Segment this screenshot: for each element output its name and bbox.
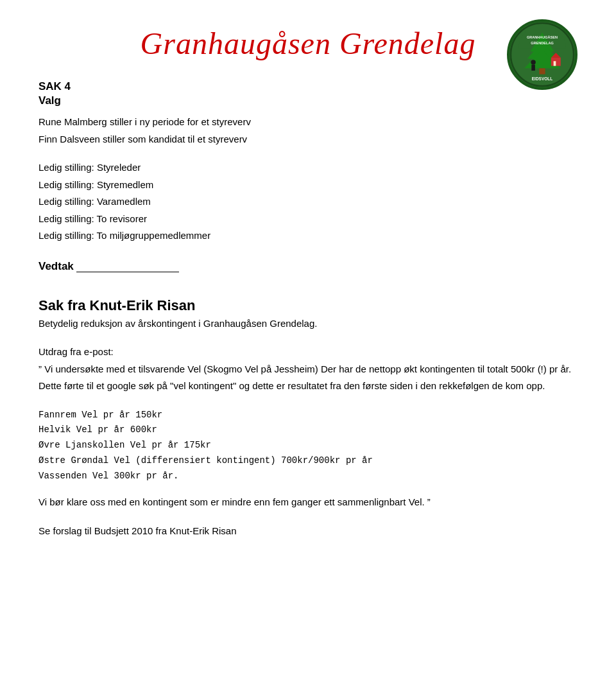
vedtak-label: Vedtak: [38, 260, 74, 273]
vedtak-underline: [76, 261, 179, 272]
sak4-section: SAK 4 Valg Rune Malmberg stiller i ny pe…: [38, 80, 578, 538]
svg-point-8: [531, 60, 535, 64]
logo: EIDSVOLL GRANHAUGÅSEN GRENDELAG: [507, 19, 578, 90]
svg-text:GRANHAUGÅSEN: GRANHAUGÅSEN: [527, 35, 558, 39]
sak4-label: SAK 4: [38, 80, 578, 93]
sak-knut-section: Sak fra Knut-Erik Risan Betydelig reduks…: [38, 297, 578, 539]
vel-list-item-1: Fannrem Vel pr år 150kr: [38, 408, 578, 423]
logo-circle: EIDSVOLL GRANHAUGÅSEN GRENDELAG: [507, 19, 578, 90]
page-title: Granhaugåsen Grendelag: [38, 26, 578, 61]
sak4-line-1: Rune Malmberg stiller i ny periode for e…: [38, 115, 578, 130]
svg-text:GRENDELAG: GRENDELAG: [531, 41, 553, 45]
vel-list: Fannrem Vel pr år 150kr Helvik Vel pr år…: [38, 408, 578, 484]
sak-knut-intro: Betydelig reduksjon av årskontingent i G…: [38, 317, 578, 331]
logo-svg: EIDSVOLL GRANHAUGÅSEN GRENDELAG: [509, 19, 575, 90]
sak4-line-7: Ledig stilling: To miljøgruppemedlemmer: [38, 229, 578, 243]
svg-rect-9: [531, 65, 535, 71]
sak4-line-6: Ledig stilling: To revisorer: [38, 212, 578, 227]
sak4-line-4: Ledig stilling: Styremedlem: [38, 178, 578, 193]
vel-list-item-3: Øvre Ljanskollen Vel pr år 175kr: [38, 438, 578, 453]
vel-list-item-5: Vassenden Vel 300kr pr år.: [38, 469, 578, 484]
utdrag-text: ” Vi undersøkte med et tilsvarende Vel (…: [38, 362, 578, 377]
svg-rect-4: [539, 68, 545, 74]
svg-rect-7: [554, 61, 556, 66]
vel-list-item-4: Østre Grøndal Vel (differensiert konting…: [38, 453, 578, 469]
dette-text: Dette førte til et google søk på "vel ko…: [38, 379, 578, 394]
vedtak-container: Vedtak: [38, 260, 179, 273]
closing-text: Vi bør klare oss med en kontingent som e…: [38, 495, 578, 510]
footer-text: Se forslag til Budsjett 2010 fra Knut-Er…: [38, 524, 578, 539]
sak-knut-heading: Sak fra Knut-Erik Risan: [38, 297, 578, 314]
svg-text:EIDSVOLL: EIDSVOLL: [532, 76, 552, 81]
vel-list-item-2: Helvik Vel pr år 600kr: [38, 423, 578, 438]
sak4-title: Valg: [38, 94, 578, 107]
utdrag-label: Utdrag fra e-post:: [38, 345, 578, 360]
sak4-line-3: Ledig stilling: Styreleder: [38, 161, 578, 175]
header: Granhaugåsen Grendelag: [38, 19, 578, 61]
sak4-line-5: Ledig stilling: Varamedlem: [38, 195, 578, 209]
sak4-line-2: Finn Dalsveen stiller som kandidat til e…: [38, 132, 578, 147]
